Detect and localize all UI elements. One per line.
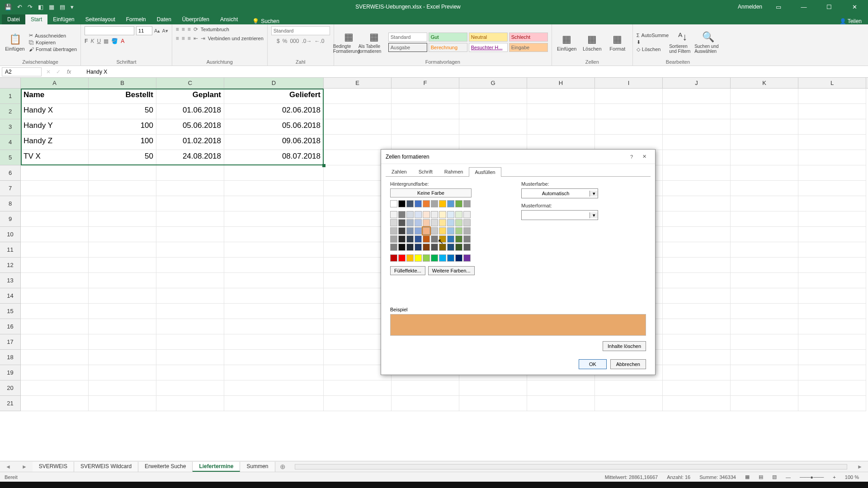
cell[interactable] <box>224 227 324 242</box>
find-select-button[interactable]: 🔍Suchen und Auswählen <box>697 28 719 57</box>
color-swatch[interactable] <box>455 219 462 226</box>
cell[interactable] <box>21 380 89 396</box>
cell[interactable] <box>798 104 866 119</box>
view-normal-icon[interactable]: ▦ <box>745 474 750 480</box>
cell[interactable] <box>21 273 89 288</box>
cell[interactable] <box>663 396 731 411</box>
color-swatch[interactable] <box>415 244 422 251</box>
cell[interactable] <box>663 334 731 350</box>
cell[interactable] <box>21 304 89 319</box>
color-swatch[interactable] <box>455 227 462 235</box>
cell[interactable] <box>731 396 798 411</box>
cell[interactable]: Bestellt <box>89 89 156 104</box>
cell[interactable] <box>731 350 798 365</box>
cell[interactable] <box>798 135 866 150</box>
cell[interactable] <box>224 396 324 411</box>
cell[interactable] <box>595 135 663 150</box>
dialog-close-icon[interactable]: ✕ <box>638 154 651 160</box>
sheet-nav-next-icon[interactable]: ► <box>16 464 33 470</box>
color-swatch[interactable] <box>455 200 462 207</box>
wrap-text-button[interactable]: Textumbruch <box>201 26 229 33</box>
color-swatch[interactable] <box>455 235 462 243</box>
cell[interactable] <box>224 288 324 304</box>
cell[interactable] <box>224 242 324 258</box>
format-cells-button[interactable]: ▦Format <box>606 28 629 57</box>
ribbon-options-icon[interactable]: ▭ <box>769 4 788 10</box>
style-besuchter[interactable]: Besuchter H... <box>469 43 508 52</box>
color-swatch[interactable] <box>439 254 446 262</box>
cell[interactable] <box>663 258 731 273</box>
cancel-formula-icon[interactable]: ✕ <box>43 69 53 75</box>
cell[interactable] <box>798 273 866 288</box>
cell[interactable]: 100 <box>89 119 156 135</box>
color-swatch[interactable] <box>431 235 438 243</box>
currency-icon[interactable]: $ <box>277 38 280 44</box>
cell[interactable] <box>731 196 798 211</box>
row-header[interactable]: 5 <box>0 150 21 165</box>
color-swatch[interactable] <box>439 227 446 235</box>
cell[interactable] <box>89 334 156 350</box>
cell[interactable] <box>798 380 866 396</box>
increase-font-icon[interactable]: A▴ <box>154 28 160 34</box>
color-swatch[interactable] <box>398 254 406 262</box>
tell-me-search[interactable]: 💡 Suchen <box>252 18 279 24</box>
color-swatch[interactable] <box>431 254 438 262</box>
color-swatch[interactable] <box>423 200 430 207</box>
ok-button[interactable]: OK <box>579 359 607 369</box>
maximize-icon[interactable]: ☐ <box>820 4 838 10</box>
cell[interactable] <box>459 89 527 104</box>
cell[interactable]: 02.06.2018 <box>224 104 324 119</box>
color-swatch[interactable] <box>463 211 471 218</box>
color-swatch[interactable] <box>431 200 438 207</box>
color-swatch[interactable] <box>406 219 414 226</box>
color-swatch[interactable] <box>415 254 422 262</box>
color-swatch[interactable] <box>390 219 397 226</box>
cell[interactable] <box>21 258 89 273</box>
underline-icon[interactable]: U <box>97 38 101 44</box>
fill-button[interactable]: ⬇ <box>637 39 669 45</box>
align-center-icon[interactable]: ≡ <box>182 35 185 42</box>
cell[interactable] <box>324 135 392 150</box>
color-swatch[interactable] <box>406 235 414 243</box>
cell[interactable] <box>156 258 224 273</box>
color-swatch[interactable] <box>406 244 414 251</box>
row-header[interactable]: 11 <box>0 242 21 258</box>
cell[interactable] <box>89 380 156 396</box>
cell[interactable] <box>156 273 224 288</box>
tab-layout[interactable]: Seitenlayout <box>80 14 121 24</box>
cell[interactable] <box>731 119 798 135</box>
autosum-button[interactable]: Σ AutoSumme <box>637 33 669 38</box>
cell[interactable]: 24.08.2018 <box>156 150 224 165</box>
color-swatch[interactable] <box>447 219 454 226</box>
cell[interactable] <box>731 365 798 380</box>
style-schlecht[interactable]: Schlecht <box>509 33 548 42</box>
cell[interactable] <box>595 89 663 104</box>
dec-decimal-icon[interactable]: ←.0 <box>314 38 324 44</box>
color-swatch[interactable] <box>415 235 422 243</box>
cell[interactable] <box>156 334 224 350</box>
cell[interactable] <box>89 319 156 334</box>
style-standard[interactable]: Standard <box>388 33 427 42</box>
column-header[interactable]: A <box>21 78 89 88</box>
delete-cells-button[interactable]: ▦Löschen <box>581 28 604 57</box>
indent-dec-icon[interactable]: ⇤ <box>193 35 198 42</box>
cell[interactable] <box>798 119 866 135</box>
cell[interactable] <box>798 334 866 350</box>
color-swatch[interactable] <box>415 219 422 226</box>
zoom-out-icon[interactable]: — <box>786 474 791 480</box>
color-swatch[interactable] <box>447 227 454 235</box>
add-sheet-button[interactable]: ⊕ <box>275 463 290 471</box>
tab-view[interactable]: Ansicht <box>215 14 243 24</box>
cell[interactable] <box>156 380 224 396</box>
number-format-combo[interactable]: Standard <box>271 26 330 35</box>
dialog-tab[interactable]: Schrift <box>413 167 439 176</box>
color-swatch[interactable] <box>390 200 397 207</box>
cell[interactable] <box>224 350 324 365</box>
percent-icon[interactable]: % <box>283 38 288 44</box>
color-swatch[interactable] <box>406 227 414 235</box>
accept-formula-icon[interactable]: ✓ <box>53 69 63 75</box>
cell[interactable] <box>663 365 731 380</box>
more-colors-button[interactable]: Weitere Farben... <box>428 266 475 275</box>
cell[interactable] <box>663 273 731 288</box>
cell[interactable] <box>731 242 798 258</box>
